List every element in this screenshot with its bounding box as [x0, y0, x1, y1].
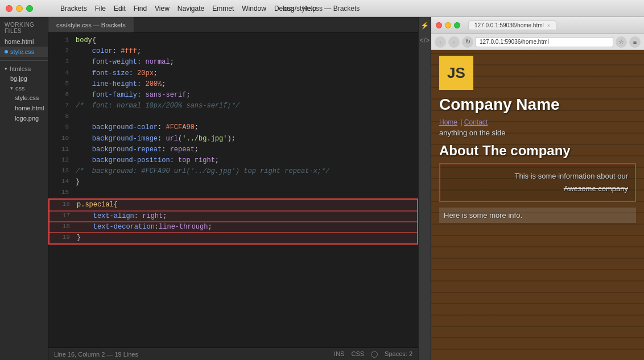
sidebar-divider: [0, 60, 48, 61]
code-line-18: 18 text-decoration:line-through;: [48, 222, 418, 233]
traffic-lights: [6, 5, 33, 12]
code-line-8: 8: [48, 111, 418, 122]
code-line-14: 14 }: [48, 177, 418, 188]
sidebar-file-home[interactable]: home.html: [0, 36, 48, 47]
menu-bar: Brackets File Edit Find View Navigate Em…: [60, 5, 316, 13]
info-line1: This is some information about our: [447, 170, 628, 183]
main-area: Working Files home.html style.css ▾ html…: [0, 17, 644, 360]
url-text: 127.0.0.1:59036/home.html: [480, 39, 549, 45]
browser-content: JS Company Name Home | Contact anything …: [431, 50, 644, 360]
more-info: Here is some more info.: [439, 208, 636, 223]
bookmark-button[interactable]: ☆: [616, 36, 627, 48]
editor-content[interactable]: 1 body{ 2 color: #fff; 3 font-weight: no…: [48, 33, 418, 347]
editor-tab-style[interactable]: css/style.css — Brackets: [48, 17, 134, 32]
about-heading: About The company: [439, 143, 636, 159]
sidebar-file-bgjpg[interactable]: bg.jpg: [0, 73, 48, 84]
js-badge: JS: [439, 56, 473, 90]
browser-maximize-btn[interactable]: [454, 22, 460, 28]
menu-find[interactable]: Find: [134, 5, 147, 13]
sidebar-file-style-inner[interactable]: style.css: [0, 93, 48, 103]
info-line2: Awesome company: [447, 183, 628, 195]
close-button[interactable]: [6, 5, 13, 12]
sidebar-file-logo[interactable]: logo.png: [0, 113, 48, 123]
code-line-19: 19 }: [48, 233, 418, 245]
url-bar[interactable]: 127.0.0.1:59036/home.html: [476, 37, 613, 47]
code-line-5: 5 line-height: 200%;: [48, 79, 418, 90]
circle-icon: ◯: [371, 350, 378, 358]
code-line-3: 3 font-weight: normal;: [48, 57, 418, 68]
browser-titlebar: 127.0.0.1:59036/home.html ×: [431, 17, 644, 34]
folder-css-label: css: [15, 85, 25, 92]
browser-toolbar: ‹ › ↻ 127.0.0.1:59036/home.html ☆ ≡: [431, 34, 644, 50]
nav-separator: |: [460, 118, 464, 126]
language-mode[interactable]: CSS: [351, 350, 364, 358]
menu-file[interactable]: File: [95, 5, 106, 13]
sidebar-file-home-inner[interactable]: home.html: [0, 103, 48, 113]
code-line-6: 6 font-family: sans-serif;: [48, 90, 418, 101]
code-line-10: 10 background-image: url('../bg.jpg');: [48, 134, 418, 144]
style-css-label: style.css: [10, 48, 34, 55]
browser-tab-bar: 127.0.0.1:59036/home.html ×: [468, 20, 639, 30]
sidebar-file-style[interactable]: style.css: [0, 47, 48, 57]
titlebar: Brackets File Edit Find View Navigate Em…: [0, 0, 644, 17]
home-html-label: home.html: [5, 38, 34, 45]
sidebar-folder-htmlcss[interactable]: ▾ htmlcss: [0, 64, 48, 73]
browser-minimize-btn[interactable]: [445, 22, 451, 28]
browser-tab[interactable]: 127.0.0.1:59036/home.html ×: [468, 20, 556, 30]
code-line-12: 12 background-position: top right;: [48, 155, 418, 166]
aside-text: anything on the side: [439, 129, 636, 137]
code-line-13: 13 /* background: #FCFA90 url('../bg.jpg…: [48, 166, 418, 177]
browser-panel: 127.0.0.1:59036/home.html × ‹ › ↻ 127.0.…: [431, 17, 644, 360]
menu-window[interactable]: Window: [242, 5, 266, 13]
menu-view[interactable]: View: [155, 5, 170, 13]
nav-link-home[interactable]: Home: [439, 118, 457, 126]
browser-tab-close-icon[interactable]: ×: [547, 23, 550, 28]
live-preview-icon[interactable]: ⚡: [420, 20, 430, 31]
code-line-1: 1 body{: [48, 35, 418, 46]
spaces-setting[interactable]: Spaces: 2: [385, 350, 412, 358]
code-inspect-icon[interactable]: </>: [420, 35, 430, 45]
ins-mode: INS: [334, 350, 344, 358]
browser-close-btn[interactable]: [436, 22, 442, 28]
settings-button[interactable]: ≡: [629, 36, 641, 48]
menu-brackets[interactable]: Brackets: [60, 5, 87, 13]
folder-css-arrow-icon: ▾: [10, 85, 13, 91]
folder-htmlcss-label: htmlcss: [10, 65, 31, 72]
code-line-15: 15: [48, 188, 418, 198]
code-line-9: 9 background-color: #FCFA90;: [48, 122, 418, 133]
browser-tab-title: 127.0.0.1:59036/home.html: [474, 22, 544, 28]
company-name-heading: Company Name: [439, 96, 636, 114]
sidebar-folder-css[interactable]: ▾ css: [0, 84, 48, 93]
code-line-16: 16 p.special{: [48, 198, 418, 210]
status-bar-right: INS CSS ◯ Spaces: 2: [334, 350, 412, 358]
nav-links: Home | Contact: [439, 118, 636, 126]
nav-link-contact[interactable]: Contact: [464, 118, 488, 126]
code-line-2: 2 color: #fff;: [48, 46, 418, 57]
code-line-7: 7 /* font: normal 10px/200% sans-serif;*…: [48, 101, 418, 111]
menu-edit[interactable]: Edit: [114, 5, 126, 13]
code-line-17: 17 text-align: right;: [48, 211, 418, 222]
working-files-label: Working Files: [0, 17, 48, 36]
menu-emmet[interactable]: Emmet: [212, 5, 234, 13]
status-bar: Line 16, Column 2 — 19 Lines INS CSS ◯ S…: [48, 347, 418, 360]
style-inner-label: style.css: [15, 94, 39, 101]
forward-button[interactable]: ›: [448, 36, 460, 48]
menu-navigate[interactable]: Navigate: [177, 5, 204, 13]
editor-area: css/style.css — Brackets 1 body{ 2 color…: [48, 17, 418, 360]
bgjpg-label: bg.jpg: [10, 75, 27, 82]
refresh-button[interactable]: ↻: [462, 36, 473, 48]
sidebar: Working Files home.html style.css ▾ html…: [0, 17, 48, 360]
logo-label: logo.png: [15, 115, 39, 122]
maximize-button[interactable]: [26, 5, 33, 12]
info-box: This is some information about our Aweso…: [439, 163, 636, 202]
folder-arrow-icon: ▾: [5, 66, 7, 72]
right-panel-icons: ⚡ </>: [418, 17, 431, 360]
cursor-position: Line 16, Column 2 — 19 Lines: [54, 351, 138, 358]
page-content: JS Company Name Home | Contact anything …: [431, 50, 644, 229]
minimize-button[interactable]: [16, 5, 23, 12]
code-line-11: 11 background-repeat: repeat;: [48, 144, 418, 155]
active-indicator: [5, 50, 8, 53]
home-inner-label: home.html: [15, 105, 44, 111]
editor-tab-bar: css/style.css — Brackets: [48, 17, 418, 33]
back-button[interactable]: ‹: [435, 36, 446, 48]
